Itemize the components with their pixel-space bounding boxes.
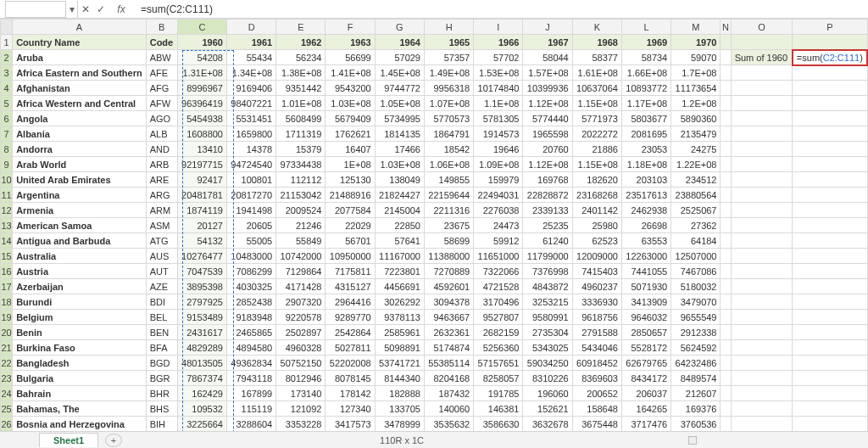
cell-code[interactable]: BIH — [146, 417, 177, 432]
col-header-M[interactable]: M — [671, 20, 721, 35]
cell-value[interactable]: 9220578 — [276, 310, 326, 325]
cell-value[interactable]: 63553 — [621, 233, 670, 249]
cell-value[interactable]: 22494031 — [474, 188, 523, 203]
cell-value[interactable]: 3094378 — [424, 294, 473, 310]
cell-value[interactable]: 7867374 — [177, 371, 226, 386]
cell-code[interactable]: ARM — [146, 203, 177, 218]
header-year[interactable]: 1963 — [326, 35, 375, 50]
cell-value[interactable]: 7047539 — [177, 264, 226, 279]
cell-value[interactable]: 3413909 — [621, 294, 670, 310]
header-year[interactable]: 1962 — [276, 35, 326, 50]
sum-label[interactable]: Sum of 1960 — [731, 50, 793, 65]
cell-value[interactable]: 7175811 — [326, 264, 375, 279]
cell-code[interactable]: AFE — [146, 65, 177, 81]
cell-value[interactable]: 109532 — [177, 401, 226, 417]
cell-value[interactable]: 8489574 — [671, 371, 721, 386]
cell-value[interactable]: 4315127 — [326, 279, 375, 294]
cell-value[interactable]: 25980 — [572, 218, 621, 233]
cell-value[interactable]: 18542 — [424, 142, 473, 157]
cell-value[interactable]: 2009524 — [276, 203, 326, 218]
cell-country[interactable]: Austria — [13, 264, 147, 279]
cell-value[interactable]: 3675448 — [572, 417, 621, 432]
cell-value[interactable]: 62679765 — [621, 356, 670, 371]
cell-value[interactable]: 1.18E+08 — [621, 157, 670, 172]
cell-code[interactable]: BHR — [146, 386, 177, 401]
cell-value[interactable]: 56234 — [276, 50, 326, 65]
cell-value[interactable]: 17466 — [375, 142, 424, 157]
cell-code[interactable]: AND — [146, 142, 177, 157]
cell-code[interactable]: ATG — [146, 233, 177, 249]
cell-value[interactable]: 3760536 — [671, 417, 721, 432]
cell-value[interactable]: 10950000 — [326, 249, 375, 264]
cell-value[interactable]: 11173654 — [671, 81, 721, 96]
cell-country[interactable]: Armenia — [13, 203, 147, 218]
cell-country[interactable]: Andorra — [13, 142, 147, 157]
cell-value[interactable]: 22159644 — [424, 188, 473, 203]
col-header-P[interactable]: P — [793, 20, 867, 35]
cell-country[interactable]: Aruba — [13, 50, 147, 65]
cell-value[interactable]: 24275 — [671, 142, 721, 157]
cell-value[interactable]: 9744772 — [375, 81, 424, 96]
cell-value[interactable]: 169768 — [523, 172, 572, 188]
cell-country[interactable]: Arab World — [13, 157, 147, 172]
cell-value[interactable]: 1.12E+08 — [523, 96, 572, 111]
header-year[interactable]: 1961 — [226, 35, 275, 50]
cell-value[interactable]: 1.22E+08 — [671, 157, 721, 172]
row-header[interactable]: 11 — [1, 188, 13, 203]
cell-value[interactable]: 9153489 — [177, 310, 226, 325]
cell-country[interactable]: Australia — [13, 249, 147, 264]
cell-value[interactable]: 5803677 — [621, 111, 670, 126]
cell-value[interactable]: 54132 — [177, 233, 226, 249]
cell-value[interactable]: 5624592 — [671, 340, 721, 356]
cell-value[interactable]: 23675 — [424, 218, 473, 233]
cell-value[interactable]: 152621 — [523, 401, 572, 417]
cell-value[interactable]: 3535632 — [424, 417, 473, 432]
cell-value[interactable]: 57357 — [424, 50, 473, 65]
cell-value[interactable]: 1.03E+08 — [375, 157, 424, 172]
scroll-left-button[interactable] — [688, 436, 697, 445]
col-header-O[interactable]: O — [731, 20, 793, 35]
cell-value[interactable]: 1.31E+08 — [177, 65, 226, 81]
cell-value[interactable]: 21824427 — [375, 188, 424, 203]
cell-value[interactable]: 57029 — [375, 50, 424, 65]
cell-value[interactable]: 97334438 — [276, 157, 326, 172]
cell-value[interactable]: 1965598 — [523, 126, 572, 142]
cell-value[interactable]: 61240 — [523, 233, 572, 249]
cell-value[interactable]: 7270889 — [424, 264, 473, 279]
col-header-H[interactable]: H — [424, 20, 473, 35]
cell-value[interactable]: 3717476 — [621, 417, 670, 432]
select-all-corner[interactable] — [1, 20, 13, 35]
fx-icon[interactable]: fx — [114, 3, 129, 15]
row-header[interactable]: 12 — [1, 203, 13, 218]
cell-value[interactable]: 21246 — [276, 218, 326, 233]
row-header[interactable]: 8 — [1, 142, 13, 157]
cell-code[interactable]: ABW — [146, 50, 177, 65]
cell-value[interactable]: 162429 — [177, 386, 226, 401]
cell-value[interactable]: 21488916 — [326, 188, 375, 203]
cell-value[interactable]: 2912338 — [671, 325, 721, 340]
cell-value[interactable]: 20127 — [177, 218, 226, 233]
cell-value[interactable]: 9289770 — [326, 310, 375, 325]
cell-value[interactable]: 23168268 — [572, 188, 621, 203]
cell-value[interactable]: 1608800 — [177, 126, 226, 142]
cell-value[interactable]: 9618756 — [572, 310, 621, 325]
col-header-L[interactable]: L — [621, 20, 670, 35]
cell-value[interactable]: 5434046 — [572, 340, 621, 356]
cell-value[interactable]: 2081695 — [621, 126, 670, 142]
cell-value[interactable]: 12263000 — [621, 249, 670, 264]
cell-value[interactable]: 8310226 — [523, 371, 572, 386]
cell-value[interactable]: 1864791 — [424, 126, 473, 142]
cell-value[interactable]: 200652 — [572, 386, 621, 401]
cell-value[interactable]: 3478999 — [375, 417, 424, 432]
cell-value[interactable]: 5774440 — [523, 111, 572, 126]
cell-value[interactable]: 58734 — [621, 50, 670, 65]
cell-value[interactable]: 127340 — [326, 401, 375, 417]
cell-value[interactable]: 5174874 — [424, 340, 473, 356]
cell-value[interactable]: 5890360 — [671, 111, 721, 126]
cell-value[interactable]: 4030325 — [226, 279, 275, 294]
cell-value[interactable]: 1.41E+08 — [326, 65, 375, 81]
cell-value[interactable]: 2525067 — [671, 203, 721, 218]
cell-value[interactable]: 212607 — [671, 386, 721, 401]
cell-value[interactable]: 1.45E+08 — [375, 65, 424, 81]
cell-country[interactable]: Africa Eastern and Southern — [13, 65, 147, 81]
